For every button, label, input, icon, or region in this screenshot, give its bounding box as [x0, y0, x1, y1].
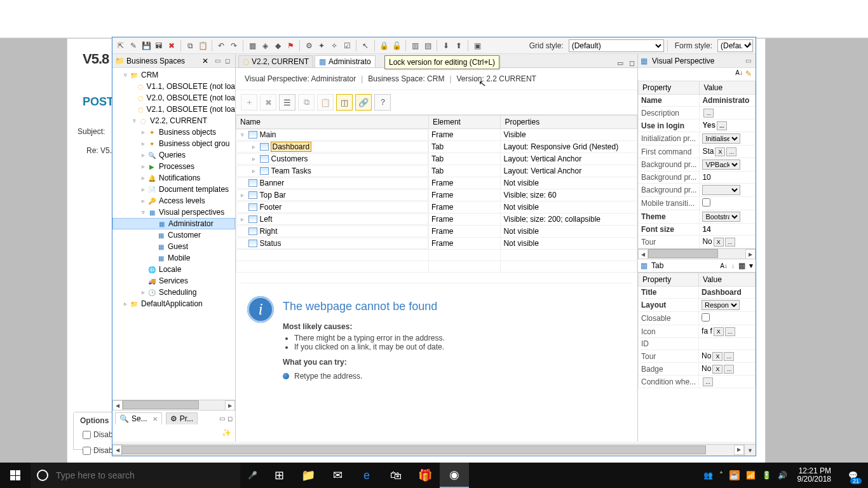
help-icon[interactable]: ？ — [374, 94, 391, 111]
remove-icon[interactable]: ✖ — [260, 94, 276, 111]
chrome-icon[interactable]: ◉ — [440, 463, 469, 488]
property-row[interactable]: Closable — [639, 312, 756, 325]
redo-icon[interactable]: ↷ — [228, 40, 240, 51]
property-row[interactable]: Iconfa fX... — [639, 325, 756, 338]
ide-horizontal-scrollbar[interactable]: ◀ ▶ — [112, 444, 744, 456]
java-icon[interactable]: ☕ — [729, 470, 740, 480]
tab-version[interactable]: ◌V2.2, CURRENT — [238, 55, 313, 67]
toolbar-btn[interactable]: ◆ — [272, 40, 283, 51]
paste-icon[interactable]: 📋 — [197, 40, 208, 51]
add-icon[interactable]: ＋ — [241, 94, 257, 111]
table-row[interactable]: FooterFrameNot visible — [236, 201, 637, 214]
aux-tab-progress[interactable]: ⚙Pr... — [166, 412, 198, 424]
table-row[interactable]: ▿MainFrameVisible — [236, 129, 637, 141]
lock-icon[interactable]: 🔒 — [378, 40, 390, 51]
wand-icon[interactable]: ✨ — [222, 428, 231, 440]
taskbar-search[interactable] — [31, 463, 240, 488]
retype-link[interactable]: Retype the address. — [294, 372, 362, 381]
maximize-icon[interactable]: ◻ — [227, 415, 233, 422]
undo-icon[interactable]: ↶ — [215, 40, 227, 51]
people-icon[interactable]: 👥 — [703, 471, 713, 480]
toolbar-btn[interactable]: ⇱ — [115, 40, 126, 51]
link-icon[interactable]: 🔗 — [355, 94, 372, 111]
paste-icon[interactable]: 📋 — [317, 94, 334, 111]
property-row[interactable]: ID — [639, 338, 756, 350]
collapse-toolbar-icon[interactable]: ▲ — [745, 39, 754, 48]
property-row[interactable]: Description... — [639, 107, 756, 119]
unlock-icon[interactable]: 🔓 — [391, 40, 402, 51]
search-input[interactable] — [55, 470, 234, 481]
property-row[interactable]: First commandStaX... — [639, 146, 756, 158]
volume-icon[interactable]: 🔊 — [778, 471, 787, 480]
minimize-icon[interactable]: ▭ — [743, 57, 753, 64]
link-icon[interactable]: ⚙ — [303, 40, 315, 51]
maximize-icon[interactable]: ◻ — [626, 59, 637, 67]
tab-properties-table[interactable]: PropertyValue TitleDashboardLayoutRespon… — [638, 273, 756, 388]
maximize-icon[interactable]: ◻ — [222, 57, 233, 64]
copy-icon[interactable]: ⧉ — [298, 94, 315, 111]
toolbar-btn[interactable]: ☑ — [341, 40, 353, 51]
property-row[interactable]: TitleDashboard — [639, 287, 756, 299]
property-row[interactable]: TourNoX... — [639, 236, 756, 248]
save-icon[interactable]: 💾 — [140, 40, 152, 51]
property-row[interactable]: ThemeBootstrap — [639, 210, 756, 224]
expand-down-icon[interactable]: ▼ — [744, 444, 756, 456]
sort-icon[interactable]: A↓ — [720, 262, 728, 269]
table-row[interactable]: ▹CustomersTabLayout: Vertical Anchor — [236, 153, 637, 165]
toolbar-btn[interactable]: ⬇ — [440, 40, 452, 51]
tree-scrollbar[interactable]: ◀▶ — [112, 400, 235, 410]
flag-icon[interactable]: ⚑ — [285, 40, 296, 51]
business-spaces-tree[interactable]: ▿📁CRM ◌V1.1, OBSOLETE (not loa ◌V2.0, OB… — [112, 68, 235, 400]
edge-icon[interactable]: e — [352, 463, 381, 488]
property-row[interactable]: Font size14 — [639, 224, 756, 236]
property-row[interactable]: Background pr...VPBackgr — [639, 158, 756, 172]
menu-icon[interactable]: ▾ — [749, 261, 753, 270]
delete-icon[interactable]: ✖ — [166, 40, 177, 51]
table-row[interactable]: ▹DashboardTabLayout: Responsive Grid (Ne… — [236, 141, 637, 153]
toolbar-btn[interactable]: ▦ — [247, 40, 258, 51]
col-element[interactable]: Element — [428, 116, 501, 129]
battery-icon[interactable]: 🔋 — [762, 471, 771, 480]
property-row[interactable]: NameAdministrato — [639, 95, 756, 107]
table-row[interactable]: RightFrameNot visible — [236, 226, 637, 238]
tree-item-administrator[interactable]: ▦Administrator — [112, 218, 235, 229]
grid-style-select[interactable]: (Default) — [569, 39, 664, 52]
toolbar-btn[interactable]: ⬆ — [453, 40, 465, 51]
table-row[interactable]: ▹Team TasksTabLayout: Vertical Anchor — [236, 165, 637, 177]
table-row[interactable]: BannerFrameNot visible — [236, 177, 637, 189]
table-icon[interactable]: ▦ — [738, 261, 745, 270]
task-view-icon[interactable]: ⊞ — [264, 463, 294, 488]
minimize-icon[interactable]: ▭ — [212, 57, 222, 64]
table-row[interactable]: StatusFrameNot visible — [236, 238, 637, 250]
props-scrollbar[interactable]: ◀▶ — [638, 248, 756, 259]
property-row[interactable]: Use in loginYes... — [639, 119, 756, 132]
property-row[interactable]: Initialization pr...Initialise — [639, 132, 756, 146]
taskbar-clock[interactable]: 12:21 PM 9/20/2018 — [794, 467, 835, 484]
toolbar-btn[interactable]: ◈ — [259, 40, 271, 51]
toolbar-btn[interactable]: ▥ — [409, 40, 421, 51]
minimize-icon[interactable]: ▭ — [219, 415, 225, 422]
save-all-icon[interactable]: 🖬 — [153, 40, 165, 51]
gift-icon[interactable]: 🎁 — [410, 463, 440, 488]
col-name[interactable]: Name — [236, 116, 429, 129]
property-row[interactable]: LayoutResponsiv — [639, 299, 756, 312]
filter-icon[interactable]: ✎ — [745, 69, 752, 79]
sort-icon[interactable]: A↓ — [735, 69, 743, 79]
table-row[interactable]: ▹Top BarFrameVisible; size: 60 — [236, 189, 637, 201]
property-row[interactable]: Mobile transiti... — [639, 197, 756, 210]
mic-icon[interactable]: 🎤 — [240, 471, 264, 480]
start-button[interactable] — [0, 463, 31, 488]
properties-table[interactable]: PropertyValue NameAdministratoDescriptio… — [638, 81, 756, 248]
sort-icon[interactable]: ↓ — [731, 262, 735, 269]
toolbar-btn[interactable]: ✧ — [329, 40, 340, 51]
cursor-icon[interactable]: ↖ — [360, 40, 371, 51]
col-properties[interactable]: Properties — [501, 116, 637, 129]
toolbar-btn[interactable]: ▣ — [471, 40, 483, 51]
toolbar-btn[interactable]: ▤ — [422, 40, 433, 51]
tab-administrator[interactable]: ▦Administrato — [315, 55, 376, 67]
store-icon[interactable]: 🛍 — [381, 463, 410, 488]
layout-icon[interactable]: ◫ — [336, 94, 353, 111]
mail-icon[interactable]: ✉ — [323, 463, 352, 488]
close-icon[interactable]: ✕ — [153, 416, 158, 423]
tray-up-icon[interactable]: ˄ — [719, 471, 723, 480]
